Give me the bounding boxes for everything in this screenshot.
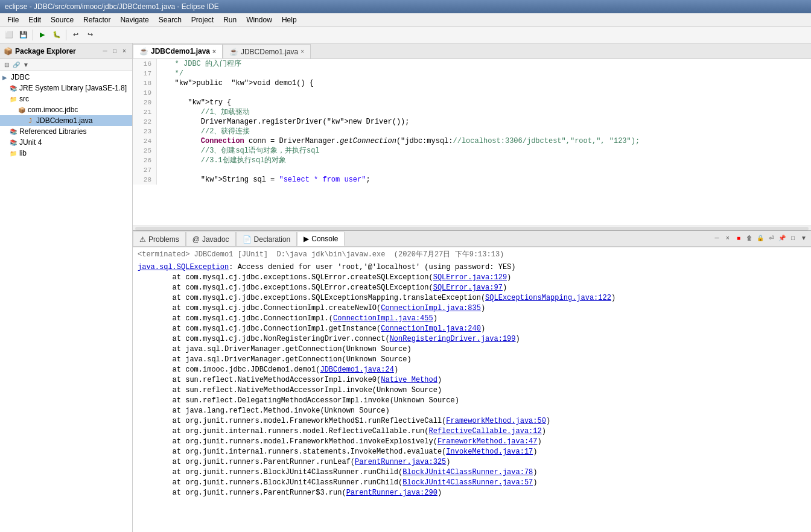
console-link-2[interactable]: SQLError.java:97	[433, 283, 503, 292]
console-link-6[interactable]: ConnectionImpl.java:240	[381, 325, 481, 333]
redo-button[interactable]: ↪	[83, 28, 97, 42]
code-line-18: 18 "kw">public "kw">void demo1() {	[133, 78, 811, 88]
jdbcdemo1-tab[interactable]: ☕ JDBCdemo1.java ×	[133, 44, 223, 59]
toolbar-separator-2	[66, 30, 66, 40]
jdbcdemo1-tab2-close[interactable]: ×	[301, 48, 304, 55]
console-link-15[interactable]: FrameworkMethod.java:50	[446, 417, 546, 425]
jdbcdemo1-tab-label: JDBCdemo1.java	[151, 47, 210, 55]
code-line-22: 22 DriverManager.registerDriver("kw">new…	[133, 117, 811, 127]
sidebar-title-label: Package Explorer	[15, 47, 76, 55]
menu-item-edit[interactable]: Edit	[24, 14, 46, 25]
sidebar-item-jdbcdemo1[interactable]: J JDBCdemo1.java	[0, 115, 132, 126]
jdbcdemo1-tab2[interactable]: ☕ JDBCDemo1.java ×	[223, 44, 311, 59]
sidebar-maximize-btn[interactable]: □	[110, 47, 119, 55]
new-button[interactable]: ⬜	[2, 28, 16, 42]
save-button[interactable]: 💾	[17, 28, 30, 42]
sidebar-collapse-all[interactable]: ⊟	[2, 60, 11, 69]
javadoc-label: Javadoc	[202, 235, 229, 244]
bottom-tab-javadoc[interactable]: @ Javadoc	[186, 232, 236, 246]
menu-item-project[interactable]: Project	[186, 14, 218, 25]
panel-word-wrap[interactable]: ⏎	[766, 233, 776, 242]
src-icon: 📁	[8, 94, 18, 104]
sidebar-view-menu[interactable]: ▼	[22, 60, 30, 69]
sidebar-toolbar: ⊟ 🔗 ▼	[0, 59, 132, 71]
console-link-5[interactable]: ConnectionImpl.java:455	[333, 314, 433, 323]
panel-maximize-btn[interactable]: □	[788, 233, 798, 242]
horizontal-scrollbar[interactable]	[133, 226, 811, 230]
line-number-19: 19	[133, 88, 157, 98]
console-link-10[interactable]: JDBCdemo1.java:24	[320, 366, 393, 374]
console-exception-link[interactable]: java.sql.SQLException	[138, 263, 229, 271]
sidebar-minimize-btn[interactable]: ─	[101, 47, 109, 55]
undo-button[interactable]: ↩	[69, 28, 82, 42]
console-output[interactable]: <terminated> JDBCdemo1 [JUnit] D:\java j…	[133, 247, 811, 532]
sidebar-close-btn[interactable]: ×	[120, 47, 129, 55]
bottom-panel-tabs-row: ⚠ Problems@ Javadoc📄 Declaration▶ Consol…	[133, 232, 811, 247]
menu-item-navigate[interactable]: Navigate	[115, 14, 153, 25]
console-line-8: at java.sql.DriverManager.getConnection(…	[138, 344, 806, 355]
console-link-20[interactable]: BlockJUnit4ClassRunner.java:78	[402, 468, 533, 477]
console-link-7[interactable]: NonRegisteringDriver.java:199	[390, 335, 516, 343]
lib-label: lib	[19, 149, 27, 157]
console-link-16[interactable]: ReflectiveCallable.java:12	[428, 427, 541, 435]
junit4-icon: 📚	[8, 138, 18, 147]
console-line-12: at sun.reflect.NativeMethodAccessorImpl.…	[138, 385, 806, 396]
jre-label: JRE System Library [JavaSE-1.8]	[19, 84, 127, 92]
panel-minimize-btn[interactable]: ─	[712, 233, 722, 242]
console-link-22[interactable]: ParentRunner.java:290	[346, 489, 437, 497]
panel-tab-controls: ─ × ■ 🗑 🔒 ⏎ 📌 □ ▼	[712, 233, 809, 242]
console-link-21[interactable]: BlockJUnit4ClassRunner.java:57	[402, 478, 533, 487]
line-number-23: 23	[133, 127, 157, 136]
console-link-3[interactable]: SQLExceptionsMapping.java:122	[485, 294, 611, 302]
line-content-22: DriverManager.registerDriver("kw">new Dr…	[157, 117, 410, 127]
console-link-1[interactable]: SQLError.java:129	[433, 273, 507, 282]
console-line-4: at com.mysql.cj.jdbc.ConnectionImpl.crea…	[138, 303, 806, 314]
line-content-26: //3.1创建执行sql的对象	[157, 156, 286, 165]
sidebar-item-junit4[interactable]: 📚 JUnit 4	[0, 137, 132, 148]
jdbcdemo1-tab-icon: ☕	[139, 47, 148, 55]
console-link-19[interactable]: ParentRunner.java:325	[355, 458, 446, 466]
console-link-17[interactable]: FrameworkMethod.java:47	[437, 437, 538, 446]
sidebar-link-editor[interactable]: 🔗	[12, 60, 21, 69]
menu-item-search[interactable]: Search	[154, 14, 186, 25]
sidebar-item-com.imooc.jdbc[interactable]: 📦 com.imooc.jdbc	[0, 104, 132, 115]
bottom-tab-problems[interactable]: ⚠ Problems	[133, 232, 186, 246]
sidebar-item-src[interactable]: 📁 src	[0, 93, 132, 104]
jdbcdemo1-tab-close[interactable]: ×	[212, 48, 216, 55]
menubar: FileEditSourceRefactorNavigateSearchProj…	[0, 13, 811, 27]
sidebar-item-jdbc[interactable]: ▶ JDBC	[0, 72, 132, 83]
run-button[interactable]: ▶	[36, 28, 49, 42]
debug-button[interactable]: 🐛	[50, 28, 63, 42]
bottom-tabs: ⚠ Problems@ Javadoc📄 Declaration▶ Consol…	[133, 231, 811, 247]
scroll-thumb[interactable]	[135, 227, 809, 230]
package-explorer-icon: 📦	[4, 47, 13, 55]
console-line-9: at java.sql.DriverManager.getConnection(…	[138, 355, 806, 365]
console-line-14: at java.lang.reflect.Method.invoke(Unkno…	[138, 406, 806, 416]
panel-clear-btn[interactable]: 🗑	[745, 233, 754, 242]
code-editor[interactable]: 16 * JDBC 的入门程序17 */18 "kw">public "kw">…	[133, 59, 811, 226]
sidebar-item-jre[interactable]: 📚 JRE System Library [JavaSE-1.8]	[0, 83, 132, 93]
panel-pin-btn[interactable]: 📌	[777, 233, 787, 242]
titlebar: eclipse - JDBC/src/com/imooc/jdbc/JDBCde…	[0, 0, 811, 13]
console-link-4[interactable]: ConnectionImpl.java:835	[381, 304, 481, 312]
menu-item-source[interactable]: Source	[46, 14, 78, 25]
code-line-23: 23 //2、获得连接	[133, 127, 811, 136]
menu-item-file[interactable]: File	[2, 14, 24, 25]
menu-item-run[interactable]: Run	[218, 14, 241, 25]
panel-scroll-lock[interactable]: 🔒	[755, 233, 765, 242]
console-line-0: java.sql.SQLException: Access denied for…	[138, 262, 806, 273]
sidebar-header: 📦 Package Explorer ─ □ ×	[0, 43, 132, 59]
menu-item-help[interactable]: Help	[277, 14, 302, 25]
console-link-18[interactable]: InvokeMethod.java:17	[446, 448, 533, 456]
sidebar-item-reflibs[interactable]: 📚 Referenced Libraries	[0, 126, 132, 137]
bottom-tab-declaration[interactable]: 📄 Declaration	[236, 232, 297, 246]
panel-close-btn[interactable]: ×	[723, 233, 733, 242]
panel-terminate-btn[interactable]: ■	[734, 233, 743, 242]
menu-item-refactor[interactable]: Refactor	[78, 14, 115, 25]
panel-view-menu[interactable]: ▼	[799, 233, 809, 242]
console-link-11[interactable]: Native Method	[381, 376, 437, 384]
bottom-tab-console[interactable]: ▶ Console	[297, 232, 345, 246]
menu-item-window[interactable]: Window	[241, 14, 277, 25]
console-line-15: at org.junit.runners.model.FrameworkMeth…	[138, 416, 806, 426]
sidebar-item-lib[interactable]: 📁 lib	[0, 148, 132, 159]
